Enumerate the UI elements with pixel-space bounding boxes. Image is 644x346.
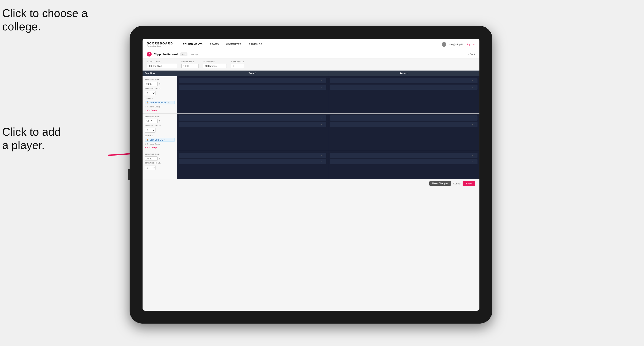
player-x-btn-8[interactable]: ×	[472, 123, 473, 126]
player-row-3-2[interactable]: × ⋮	[179, 159, 326, 164]
player-dots-btn-8[interactable]: ⋮	[474, 123, 476, 126]
player-x-btn-5[interactable]: ×	[321, 117, 322, 119]
course-tag-1[interactable]: 🏌 (A) Peachtree GC × ⋮	[145, 101, 175, 104]
team1-cell-3: × ⋮ × ⋮	[177, 151, 328, 179]
app-header: SCOREBOARD Powered by clippd TOURNAMENTS…	[142, 39, 480, 50]
player-dots-btn-9[interactable]: ⋮	[323, 154, 325, 157]
tee-info-1: STARTING TIME: ⏱ STARTING HOLE: 1 COURSE…	[142, 76, 177, 114]
starting-time-field-1[interactable]	[145, 82, 158, 86]
player-x-btn-3[interactable]: ×	[472, 80, 473, 82]
player-row-3-4[interactable]: × ⋮	[330, 159, 478, 164]
sub-header: C Clippd Invitational Men Hosting ‹ Back	[142, 50, 480, 58]
start-type-group: Start Type 1st Tee Start	[147, 61, 177, 68]
nav-tabs: TOURNAMENTS TEAMS COMMITTEE RANKINGS	[180, 42, 442, 47]
player-row-2-1[interactable]: × ⋮	[179, 115, 326, 121]
player-x-btn-9[interactable]: ×	[321, 154, 322, 157]
logo-main-text: SCOREBOARD	[147, 42, 173, 45]
player-row-3-1[interactable]: × ⋮	[179, 153, 326, 158]
annotation-college: Click to choose a college.	[2, 6, 88, 33]
player-dots-btn-3[interactable]: ⋮	[474, 80, 476, 82]
intervals-group: Intervals 10 Minutes	[203, 61, 227, 68]
clock-icon-3: ⏱	[158, 158, 161, 160]
tab-committee[interactable]: COMMITTEE	[223, 42, 245, 47]
player-x-btn-12[interactable]: ×	[472, 161, 473, 163]
player-x-btn-1[interactable]: ×	[321, 80, 322, 82]
clock-icon-1: ⏱	[158, 83, 161, 85]
starting-hole-select-3[interactable]: 1	[145, 165, 156, 170]
user-avatar	[442, 42, 446, 47]
intervals-label: Intervals	[203, 61, 227, 63]
scoreboard-logo: SCOREBOARD Powered by clippd	[147, 42, 173, 47]
player-row-1-4[interactable]: × ⋮	[330, 85, 478, 90]
player-dots-btn-2[interactable]: ⋮	[323, 86, 325, 88]
starting-time-label-2: STARTING TIME:	[145, 116, 175, 118]
player-x-btn-10[interactable]: ×	[321, 161, 322, 163]
starting-time-field-2[interactable]	[145, 119, 158, 123]
remove-group-1[interactable]: ↺ Remove Group	[145, 106, 175, 108]
group-size-select[interactable]: 3	[231, 64, 244, 68]
player-dots-btn-10[interactable]: ⋮	[323, 161, 325, 163]
start-type-select[interactable]: 1st Tee Start	[147, 64, 177, 68]
tournament-name: Clippd Invitational	[154, 53, 178, 56]
player-dots-btn-6[interactable]: ⋮	[323, 123, 325, 126]
player-row-3-3[interactable]: × ⋮	[330, 153, 478, 158]
starting-hole-select-2[interactable]: 1	[145, 128, 156, 133]
player-x-btn-11[interactable]: ×	[472, 154, 473, 157]
team1-cell-2: × ⋮ × ⋮	[177, 114, 328, 151]
player-x-btn-2[interactable]: ×	[321, 86, 322, 88]
player-x-btn-7[interactable]: ×	[472, 117, 473, 119]
start-type-label: Start Type	[147, 61, 177, 63]
player-dots-btn-11[interactable]: ⋮	[474, 154, 476, 157]
starting-hole-label-2: STARTING HOLE:	[145, 125, 175, 127]
player-row-2-4[interactable]: × ⋮	[330, 122, 478, 127]
th-team1: Team 1	[177, 71, 328, 76]
reset-button[interactable]: Reset Changes	[429, 181, 451, 186]
starting-time-label-1: STARTING TIME:	[145, 79, 175, 80]
clippd-icon: C	[147, 52, 152, 56]
starting-hole-select-1[interactable]: 1	[145, 91, 156, 95]
course-tag-2[interactable]: 🏌 East Lake GC × ⋮	[145, 138, 175, 142]
player-dots-btn-7[interactable]: ⋮	[474, 117, 476, 119]
tab-rankings[interactable]: RANKINGS	[245, 42, 266, 47]
starting-time-field-3[interactable]	[145, 156, 158, 161]
group-size-group: Group Size 3	[231, 61, 244, 68]
annotation-player: Click to add a player.	[2, 125, 61, 152]
course-label-1: COURSE:	[145, 98, 175, 99]
tee-info-2: STARTING TIME: ⏱ STARTING HOLE: 1 COURSE…	[142, 114, 177, 151]
tee-row-3: STARTING TIME: ⏱ STARTING HOLE: 1 ×	[142, 151, 480, 179]
form-row: Start Type 1st Tee Start Start Time Inte…	[142, 58, 480, 71]
remove-group-2[interactable]: ↺ Remove Group	[145, 143, 175, 145]
start-time-input[interactable]	[182, 64, 199, 68]
tee-info-3: STARTING TIME: ⏱ STARTING HOLE: 1	[142, 151, 177, 179]
tablet-screen: SCOREBOARD Powered by clippd TOURNAMENTS…	[142, 39, 480, 311]
footer-bar: Reset Changes Cancel Save	[142, 179, 480, 188]
add-group-1[interactable]: + Add Group	[145, 109, 175, 111]
start-time-group: Start Time	[182, 61, 199, 68]
starting-time-input-1: ⏱	[145, 82, 175, 86]
tab-tournaments[interactable]: TOURNAMENTS	[180, 42, 206, 47]
save-button[interactable]: Save	[462, 181, 475, 186]
player-x-btn-6[interactable]: ×	[321, 123, 322, 126]
player-dots-btn-1[interactable]: ⋮	[323, 80, 325, 82]
player-row-1-3[interactable]: × ⋮	[330, 78, 478, 83]
tee-row-2: STARTING TIME: ⏱ STARTING HOLE: 1 COURSE…	[142, 114, 480, 151]
player-dots-btn-5[interactable]: ⋮	[323, 117, 325, 119]
tee-row-1: STARTING TIME: ⏱ STARTING HOLE: 1 COURSE…	[142, 76, 480, 114]
tab-teams[interactable]: TEAMS	[206, 42, 222, 47]
back-button[interactable]: ‹ Back	[468, 53, 475, 55]
team1-cell-1: × ⋮ × ⋮	[177, 76, 328, 114]
sign-out-link[interactable]: Sign out	[466, 43, 475, 46]
tablet-frame: SCOREBOARD Powered by clippd TOURNAMENTS…	[130, 26, 492, 324]
start-time-label: Start Time	[182, 61, 199, 63]
player-x-btn-4[interactable]: ×	[472, 86, 473, 88]
player-row-2-2[interactable]: × ⋮	[179, 122, 326, 127]
intervals-select[interactable]: 10 Minutes	[203, 64, 227, 68]
player-row-1-1[interactable]: × ⋮	[179, 78, 326, 83]
cancel-button[interactable]: Cancel	[453, 182, 460, 185]
starting-time-label-3: STARTING TIME:	[145, 153, 175, 155]
player-dots-btn-4[interactable]: ⋮	[474, 86, 476, 88]
player-dots-btn-12[interactable]: ⋮	[474, 161, 476, 163]
player-row-1-2[interactable]: × ⋮	[179, 85, 326, 90]
player-row-2-3[interactable]: × ⋮	[330, 115, 478, 121]
add-group-2[interactable]: + Add Group	[145, 147, 175, 149]
